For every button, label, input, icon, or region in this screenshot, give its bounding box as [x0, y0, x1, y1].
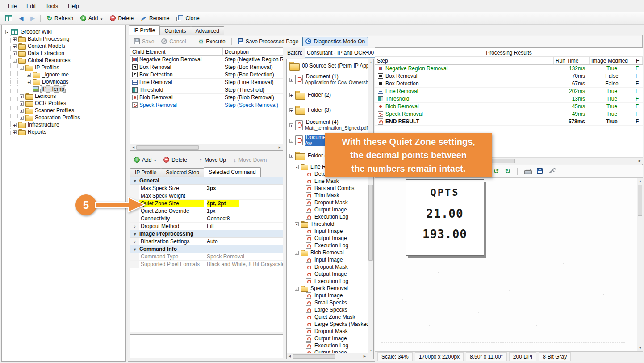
- save-button[interactable]: Save: [131, 37, 157, 46]
- tab-advanced[interactable]: Advanced: [191, 26, 224, 35]
- result-row-box-detection[interactable]: Box Detection67msFalseF: [375, 80, 643, 88]
- sidebar-item-scanner-profiles[interactable]: +Scanner Profiles: [5, 107, 125, 114]
- collapse-icon[interactable]: ▾: [130, 232, 139, 236]
- collapse-icon[interactable]: ▾: [130, 178, 139, 183]
- property-value[interactable]: Speck Removal: [204, 253, 283, 260]
- batch-tree-item-large-specks-masked[interactable]: Large Specks (Masked): [287, 321, 368, 328]
- add-button[interactable]: Add: [77, 13, 106, 23]
- batch-tree-item-trim-mask[interactable]: Trim Mask: [287, 192, 368, 199]
- scroll-up-arrow[interactable]: ▲: [637, 178, 643, 184]
- menu-help[interactable]: Help: [63, 1, 84, 12]
- tree-expander[interactable]: +: [289, 78, 293, 82]
- sidebar-item-global-resources[interactable]: -Global Resources: [5, 57, 125, 64]
- tab-selected-command[interactable]: Selected Command: [204, 167, 260, 177]
- child-element-row-speck-removal[interactable]: Speck RemovalStep (Speck Removal): [130, 101, 283, 109]
- scroll-right-arrow[interactable]: ▶: [362, 353, 368, 359]
- tree-expander[interactable]: +: [20, 94, 24, 98]
- batch-tree-item-output-image[interactable]: Output Image: [287, 206, 368, 213]
- tree-expander[interactable]: +: [13, 37, 17, 41]
- property-row-command-type[interactable]: Command TypeSpeck Removal: [130, 253, 283, 261]
- move-down-button[interactable]: Move Down: [230, 155, 270, 165]
- tree-expander[interactable]: +: [289, 93, 293, 97]
- scroll-thumb[interactable]: [368, 185, 373, 261]
- batch-tree-item-line-mask[interactable]: Line Mask: [287, 177, 368, 185]
- tree-expander[interactable]: -: [5, 30, 9, 34]
- expand-icon[interactable]: ›: [130, 238, 139, 245]
- menu-edit[interactable]: Edit: [21, 1, 41, 12]
- sidebar-item-content-models[interactable]: +Content Models: [5, 42, 125, 50]
- batch-tree-item-execution-log[interactable]: Execution Log: [287, 213, 368, 220]
- property-row-max-speck-weight[interactable]: Max Speck Weight: [130, 192, 283, 200]
- property-value[interactable]: Black and White, 8 Bit Grayscale, 24: [204, 261, 283, 268]
- batch-tree-item-bars-and-combs[interactable]: Bars and Combs: [287, 185, 368, 192]
- batch-tree-item-dropout-mask[interactable]: Dropout Mask: [287, 328, 368, 335]
- result-row-end-result[interactable]: END RESULT578msTrueF: [375, 118, 643, 126]
- child-element-row-box-detection[interactable]: Box DetectionStep (Box Detection): [130, 71, 283, 79]
- property-value[interactable]: 1px: [204, 207, 283, 215]
- scroll-right-arrow[interactable]: ▶: [277, 144, 283, 150]
- property-row-quiet-zone-size[interactable]: Quiet Zone Size4pt, 2pt: [130, 200, 283, 207]
- rotate-left-button[interactable]: [493, 167, 500, 175]
- sidebar-item-batch-processing[interactable]: +Batch Processing: [5, 35, 125, 42]
- property-description-box[interactable]: [130, 334, 283, 358]
- result-row-blob-removal[interactable]: Blob Removal45msTrueF: [375, 103, 643, 110]
- tree-expander[interactable]: -: [289, 139, 293, 143]
- tree-expander[interactable]: -: [295, 251, 299, 255]
- scroll-down-arrow[interactable]: ▼: [368, 347, 374, 353]
- property-value[interactable]: Fill: [204, 223, 283, 230]
- scroll-down-arrow[interactable]: ▼: [637, 345, 643, 351]
- tree-expander[interactable]: +: [20, 109, 24, 113]
- scroll-left-arrow[interactable]: ◀: [287, 353, 293, 359]
- batch-tree-item-execution-log[interactable]: Execution Log: [287, 278, 368, 285]
- rotate-right-button[interactable]: [504, 167, 512, 175]
- property-value[interactable]: Auto: [204, 238, 283, 245]
- batch-tree-item-dropout-mask[interactable]: Dropout Mask: [287, 263, 368, 270]
- batch-tree-item-output-image[interactable]: Output Image: [287, 335, 368, 342]
- batch-tree-item-output-image[interactable]: Output Image: [287, 270, 368, 278]
- property-row-max-speck-size[interactable]: Max Speck Size3px: [130, 185, 283, 192]
- save-image-button[interactable]: [536, 167, 544, 175]
- scroll-thumb[interactable]: [293, 354, 335, 359]
- save-processed-page-button[interactable]: Save Processed Page: [234, 37, 302, 46]
- vertical-scrollbar[interactable]: ▲ ▼: [368, 59, 373, 353]
- property-row-connectivity[interactable]: ConnectivityConnect8: [130, 215, 283, 223]
- tree-expander[interactable]: +: [289, 154, 293, 158]
- batch-tree-item-speck-removal[interactable]: -Speck Removal: [287, 285, 368, 292]
- scroll-thumb[interactable]: [638, 185, 642, 216]
- tab-selected-step[interactable]: Selected Step: [161, 168, 204, 177]
- sidebar-item-ip-temp[interactable]: IP - Temp: [5, 85, 125, 93]
- sidebar-item-reports[interactable]: +Reports: [5, 128, 125, 135]
- batch-tree-item-large-specks[interactable]: Large Specks: [287, 306, 368, 313]
- tree-expander[interactable]: -: [13, 59, 17, 63]
- tools-button[interactable]: [548, 167, 556, 175]
- delete-button[interactable]: Delete: [107, 13, 137, 23]
- child-element-row-threshold[interactable]: ThresholdStep (Threshold): [130, 86, 283, 94]
- tree-expander[interactable]: +: [27, 80, 31, 84]
- sidebar-item-ignore-me[interactable]: +_ignore me: [5, 71, 125, 78]
- scroll-left-arrow[interactable]: ◀: [130, 144, 136, 150]
- image-viewer[interactable]: QPTS 21.00 193.00 ▲ ▼: [375, 177, 643, 351]
- forward-button[interactable]: [27, 14, 38, 23]
- rename-button[interactable]: Rename: [138, 13, 172, 23]
- tree-expander[interactable]: +: [13, 123, 17, 127]
- delete-step-button[interactable]: Delete: [160, 155, 190, 165]
- tree-expander[interactable]: +: [289, 123, 293, 127]
- batch-tree-item-input-image[interactable]: Input Image: [287, 292, 368, 299]
- property-value[interactable]: [204, 192, 283, 199]
- horizontal-scrollbar[interactable]: ◀ ▶: [287, 353, 368, 359]
- tab-contents[interactable]: Contents: [159, 26, 191, 35]
- print-button[interactable]: [523, 168, 532, 175]
- batch-tree-item-execution-log[interactable]: Execution Log: [287, 242, 368, 249]
- batch-tree-item-00-source-set-perm-ip-applied[interactable]: 00 Source Set (Perm IP Applied): [287, 59, 368, 72]
- property-row-dropout-method[interactable]: ›Dropout MethodFill: [130, 223, 283, 230]
- move-up-button[interactable]: Move Up: [196, 155, 229, 165]
- property-row-quiet-zone-override[interactable]: Quiet Zone Override1px: [130, 207, 283, 215]
- tree-expander[interactable]: +: [20, 101, 24, 106]
- result-row-line-removal[interactable]: Line Removal202msTrueF: [375, 88, 643, 95]
- property-value[interactable]: 3px: [204, 185, 283, 192]
- batch-tree-item-folder-2[interactable]: +Folder (2): [287, 87, 368, 102]
- cancel-button[interactable]: Cancel: [158, 37, 189, 46]
- child-element-row-box-removal[interactable]: Box RemovalStep (Box Removal): [130, 63, 283, 71]
- back-button[interactable]: [16, 14, 26, 23]
- tree-expander[interactable]: +: [20, 116, 24, 120]
